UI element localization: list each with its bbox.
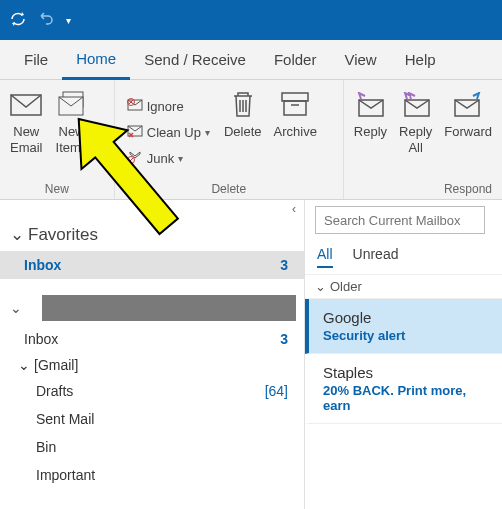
filter-all[interactable]: All — [317, 246, 333, 268]
ignore-button[interactable]: Ignore — [123, 94, 214, 120]
group-label-delete: Delete — [119, 179, 339, 199]
message-sender: Staples — [323, 364, 488, 381]
svg-rect-8 — [284, 101, 306, 115]
folder-name: Sent Mail — [36, 411, 94, 427]
folder-count: 3 — [280, 331, 288, 347]
menu-help[interactable]: Help — [391, 40, 450, 80]
archive-icon — [280, 88, 310, 122]
delete-label: Delete — [224, 124, 262, 140]
menu-folder[interactable]: Folder — [260, 40, 331, 80]
forward-button[interactable]: Forward — [438, 86, 498, 179]
folder-name: Drafts — [36, 383, 73, 399]
folder-inbox[interactable]: Inbox 3 — [0, 325, 304, 353]
ribbon-group-delete: Ignore Clean Up ▾ Junk ▾ Delete — [115, 80, 344, 199]
chevron-down-icon: ⌄ — [18, 357, 30, 373]
folder-inbox-favorite[interactable]: Inbox 3 — [0, 251, 304, 279]
junk-button[interactable]: Junk ▾ — [123, 146, 214, 172]
folder-bin[interactable]: Bin — [0, 433, 304, 461]
delete-button[interactable]: Delete — [218, 86, 268, 179]
folder-name: Bin — [36, 439, 56, 455]
message-list-pane: All Unread ⌄ Older Google Security alert… — [305, 200, 502, 509]
reply-all-icon — [401, 88, 431, 122]
menu-view[interactable]: View — [330, 40, 390, 80]
menu-send-receive[interactable]: Send / Receive — [130, 40, 260, 80]
chevron-down-icon: ▾ — [178, 153, 183, 164]
svg-rect-7 — [282, 93, 308, 101]
group-header-older[interactable]: ⌄ Older — [305, 275, 502, 299]
reply-icon — [355, 88, 385, 122]
folder-count: 3 — [280, 257, 288, 273]
clean-up-label: Clean Up — [147, 125, 201, 140]
new-email-label: New Email — [10, 124, 43, 155]
folder-name: [Gmail] — [34, 357, 78, 373]
folder-pane: ‹ ⌄ Favorites Inbox 3 ⌄ Inbox 3 ⌄ [Gmail… — [0, 200, 305, 509]
menubar: File Home Send / Receive Folder View Hel… — [0, 40, 502, 80]
reply-label: Reply — [354, 124, 387, 140]
new-items-button[interactable]: New Items — [49, 86, 95, 179]
titlebar: ▾ — [0, 0, 502, 40]
clean-up-icon — [127, 124, 143, 141]
menu-file[interactable]: File — [10, 40, 62, 80]
forward-icon — [453, 88, 483, 122]
junk-icon — [127, 150, 143, 167]
folder-sent-mail[interactable]: Sent Mail — [0, 405, 304, 433]
group-header-label: Older — [330, 279, 362, 294]
favorites-label: Favorites — [28, 225, 98, 245]
menu-home[interactable]: Home — [62, 40, 130, 80]
new-email-button[interactable]: New Email — [4, 86, 49, 179]
message-preview: Security alert — [323, 328, 488, 343]
filter-unread[interactable]: Unread — [353, 246, 399, 268]
filter-tabs: All Unread — [305, 240, 502, 275]
chevron-down-icon: ⌄ — [10, 224, 24, 245]
ignore-label: Ignore — [147, 99, 184, 114]
message-sender: Google — [323, 309, 488, 326]
chevron-down-icon: ⌄ — [315, 279, 326, 294]
clean-up-button[interactable]: Clean Up ▾ — [123, 120, 214, 146]
reply-button[interactable]: Reply — [348, 86, 393, 179]
qat-more-icon[interactable]: ▾ — [66, 15, 71, 26]
message-preview: 20% BACK. Print more, earn — [323, 383, 488, 413]
junk-label: Junk — [147, 151, 174, 166]
items-icon — [55, 88, 89, 122]
folder-count: [64] — [265, 383, 288, 399]
new-items-label: New Items — [56, 124, 88, 155]
ribbon-group-new: New Email New Items New — [0, 80, 115, 199]
folder-name: Inbox — [24, 331, 58, 347]
group-label-new: New — [4, 179, 110, 199]
content: ‹ ⌄ Favorites Inbox 3 ⌄ Inbox 3 ⌄ [Gmail… — [0, 200, 502, 509]
folder-name: Important — [36, 467, 95, 483]
refresh-icon[interactable] — [10, 11, 26, 30]
reply-all-label: Reply All — [399, 124, 432, 155]
folder-drafts[interactable]: Drafts [64] — [0, 377, 304, 405]
collapse-nav-button[interactable]: ‹ — [0, 200, 304, 218]
favorites-header[interactable]: ⌄ Favorites — [0, 218, 304, 251]
account-header[interactable] — [42, 295, 296, 321]
chevron-down-icon: ▾ — [205, 127, 210, 138]
group-label-respond: Respond — [348, 179, 498, 199]
folder-important[interactable]: Important — [0, 461, 304, 489]
ribbon: New Email New Items New Ignore Clean Up — [0, 80, 502, 200]
ribbon-group-respond: Reply Reply All Forward Respond — [344, 80, 502, 199]
forward-label: Forward — [444, 124, 492, 140]
archive-label: Archive — [274, 124, 317, 140]
reply-all-button[interactable]: Reply All — [393, 86, 438, 179]
message-item[interactable]: Google Security alert — [305, 299, 502, 354]
undo-icon[interactable] — [38, 11, 54, 30]
folder-gmail[interactable]: ⌄ [Gmail] — [0, 353, 304, 377]
trash-icon — [230, 88, 256, 122]
search-box[interactable] — [315, 206, 502, 234]
ignore-icon — [127, 98, 143, 115]
search-input[interactable] — [315, 206, 485, 234]
archive-button[interactable]: Archive — [268, 86, 323, 179]
folder-name: Inbox — [24, 257, 61, 273]
chevron-down-icon: ⌄ — [0, 300, 22, 316]
envelope-icon — [10, 88, 42, 122]
message-item[interactable]: Staples 20% BACK. Print more, earn — [305, 354, 502, 424]
